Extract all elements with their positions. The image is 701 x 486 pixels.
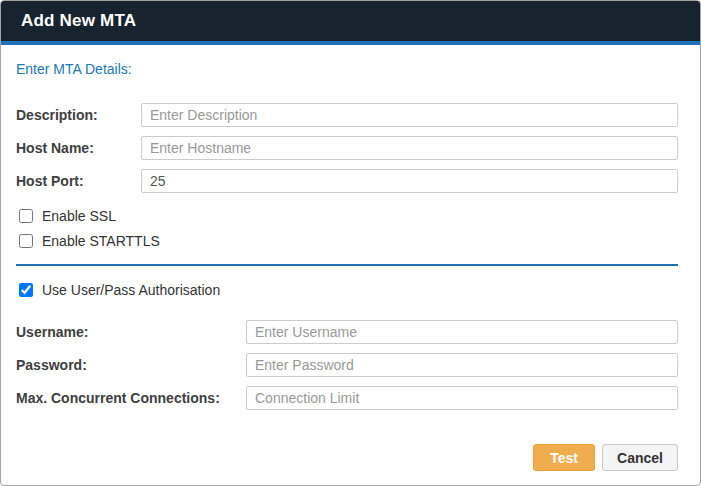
username-label: Username:: [16, 324, 246, 340]
host-name-input[interactable]: [141, 136, 678, 160]
section-heading: Enter MTA Details:: [16, 61, 678, 77]
description-input[interactable]: [141, 103, 678, 127]
enable-starttls-row: Enable STARTTLS: [16, 233, 678, 249]
description-label: Description:: [16, 107, 141, 123]
button-bar: Test Cancel: [16, 444, 678, 471]
max-connections-input[interactable]: [246, 386, 678, 410]
dialog-header: Add New MTA: [1, 1, 700, 45]
enable-starttls-label: Enable STARTTLS: [42, 233, 160, 249]
host-name-label: Host Name:: [16, 140, 141, 156]
enable-ssl-checkbox[interactable]: [19, 209, 33, 223]
description-row: Description:: [16, 103, 678, 127]
enable-ssl-label: Enable SSL: [42, 208, 116, 224]
section-divider: [16, 264, 678, 266]
test-button[interactable]: Test: [533, 444, 595, 471]
host-port-row: Host Port:: [16, 169, 678, 193]
username-row: Username:: [16, 320, 678, 344]
add-mta-dialog: Add New MTA Enter MTA Details: Descripti…: [0, 0, 701, 486]
password-label: Password:: [16, 357, 246, 373]
username-input[interactable]: [246, 320, 678, 344]
enable-ssl-row: Enable SSL: [16, 208, 678, 224]
dialog-title: Add New MTA: [21, 11, 136, 31]
use-auth-row: Use User/Pass Authorisation: [16, 282, 678, 298]
host-port-input[interactable]: [141, 169, 678, 193]
dialog-body: Enter MTA Details: Description: Host Nam…: [1, 45, 700, 485]
max-connections-label: Max. Concurrent Connections:: [16, 390, 246, 406]
ssl-checkbox-group: Enable SSL Enable STARTTLS: [16, 208, 678, 249]
host-port-label: Host Port:: [16, 173, 141, 189]
host-name-row: Host Name:: [16, 136, 678, 160]
use-auth-label: Use User/Pass Authorisation: [42, 282, 220, 298]
enable-starttls-checkbox[interactable]: [19, 234, 33, 248]
password-row: Password:: [16, 353, 678, 377]
max-connections-row: Max. Concurrent Connections:: [16, 386, 678, 410]
use-auth-checkbox[interactable]: [19, 283, 33, 297]
cancel-button[interactable]: Cancel: [602, 444, 678, 471]
password-input[interactable]: [246, 353, 678, 377]
